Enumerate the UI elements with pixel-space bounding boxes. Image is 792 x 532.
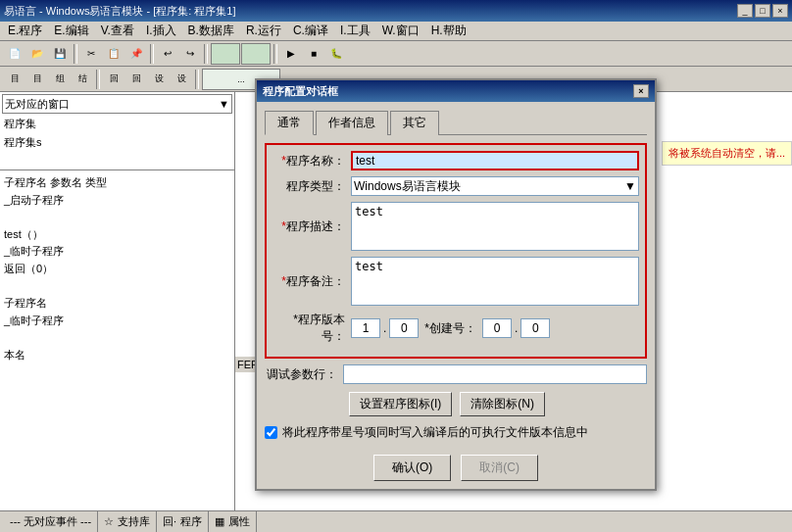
form-content: 程序名称： 程序类型： Windows易语言模块 ▼ 程序描述： test xyxy=(265,143,647,359)
program-type-arrow: ▼ xyxy=(624,179,636,193)
version-dot1: . xyxy=(380,321,389,335)
version-row: *程序版本号： . *创建号： . xyxy=(272,312,639,345)
program-name-input[interactable] xyxy=(351,151,639,170)
program-desc-label: 程序描述： xyxy=(272,218,351,235)
confirm-button[interactable]: 确认(O) xyxy=(373,455,451,481)
dialog-footer: 确认(O) 取消(C) xyxy=(265,451,647,481)
tab-other[interactable]: 其它 xyxy=(390,111,439,135)
icon-buttons: 设置程序图标(I) 清除图标(N) xyxy=(265,392,647,416)
program-config-dialog: 程序配置对话框 × 通常 作者信息 其它 程序名称： 程序类型： xyxy=(255,78,657,491)
debug-row: 调试参数行： xyxy=(265,364,647,384)
build-dot: . xyxy=(512,321,520,335)
tab-author[interactable]: 作者信息 xyxy=(316,111,388,135)
program-type-select[interactable]: Windows易语言模块 ▼ xyxy=(351,176,639,196)
program-desc-row: 程序描述： test xyxy=(272,202,639,251)
set-icon-button[interactable]: 设置程序图标(I) xyxy=(349,392,452,416)
dialog-title-text: 程序配置对话框 xyxy=(263,84,633,99)
version-major-input[interactable] xyxy=(351,318,380,338)
program-type-row: 程序类型： Windows易语言模块 ▼ xyxy=(272,176,639,196)
program-note-input[interactable]: test xyxy=(351,257,639,306)
program-type-label: 程序类型： xyxy=(272,178,351,195)
dialog-overlay: 程序配置对话框 × 通常 作者信息 其它 程序名称： 程序类型： xyxy=(0,0,792,532)
program-name-row: 程序名称： xyxy=(272,151,639,170)
cancel-button[interactable]: 取消(C) xyxy=(461,455,538,481)
debug-input[interactable] xyxy=(343,364,647,384)
tab-general[interactable]: 通常 xyxy=(265,111,314,135)
version-label: *程序版本号： xyxy=(272,312,351,345)
dialog-body: 通常 作者信息 其它 程序名称： 程序类型： Windows易语言模块 ▼ xyxy=(257,102,655,489)
build-minor-input[interactable] xyxy=(520,318,550,338)
build-label: *创建号： xyxy=(419,320,482,337)
checkbox-label: 将此程序带星号项同时写入编译后的可执行文件版本信息中 xyxy=(282,424,588,441)
version-minor-input[interactable] xyxy=(389,318,419,338)
program-name-label: 程序名称： xyxy=(272,153,351,169)
clear-icon-button[interactable]: 清除图标(N) xyxy=(460,392,545,416)
checkbox-row: 将此程序带星号项同时写入编译后的可执行文件版本信息中 xyxy=(265,424,647,441)
program-desc-input[interactable]: test xyxy=(351,202,639,251)
program-note-label: 程序备注： xyxy=(272,273,351,290)
dialog-close-button[interactable]: × xyxy=(633,84,649,98)
build-major-input[interactable] xyxy=(482,318,512,338)
dialog-title-bar: 程序配置对话框 × xyxy=(257,80,655,102)
program-note-row: 程序备注： test xyxy=(272,257,639,306)
dialog-tabs: 通常 作者信息 其它 xyxy=(265,110,647,135)
export-checkbox[interactable] xyxy=(265,426,277,439)
debug-label: 调试参数行： xyxy=(265,366,343,383)
program-type-value: Windows易语言模块 xyxy=(354,178,461,195)
